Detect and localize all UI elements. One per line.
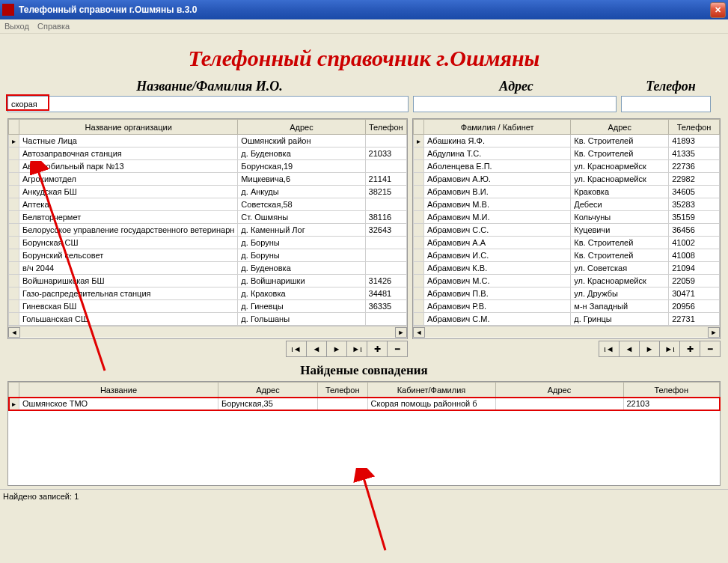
cell-addr[interactable]: ул. Красноармейск: [571, 160, 669, 173]
cell-name[interactable]: Аптека: [19, 198, 238, 211]
table-row[interactable]: Гиневская БШд. Гиневцы36335: [9, 300, 407, 313]
cell-addr[interactable]: Куцевичи: [571, 224, 669, 237]
cell-phone[interactable]: 21141: [365, 173, 406, 186]
table-row[interactable]: Абрамович С.М.д. Гринцы22731: [414, 313, 720, 326]
cell-phone[interactable]: 22736: [669, 160, 720, 173]
cell-name[interactable]: Белорусское управление государственного …: [19, 224, 238, 237]
cell-addr[interactable]: Краковка: [571, 186, 669, 198]
cell-name[interactable]: Автозаправочная станция: [19, 147, 238, 160]
scroll-left-icon[interactable]: ◄: [8, 327, 20, 338]
cell-phone[interactable]: 22982: [669, 173, 720, 186]
nav-delete-button[interactable]: ━: [387, 341, 408, 357]
cell-name[interactable]: Абрамович К.В.: [424, 262, 571, 275]
cell-phone[interactable]: [365, 135, 406, 147]
cell-name[interactable]: Анкудская БШ: [19, 186, 238, 198]
cell-addr[interactable]: д. Войшнаришки: [238, 275, 365, 287]
table-row[interactable]: АгрохимотделМицкевича,621141: [9, 173, 407, 186]
table-row[interactable]: Автомобильный парк №13Борунская,19: [9, 160, 407, 173]
cell-addr[interactable]: Ошмянский район: [238, 135, 365, 147]
table-row[interactable]: Белорусское управление государственного …: [9, 224, 407, 237]
cell-name[interactable]: Абрамович П.В.: [424, 287, 571, 300]
col-res-addr[interactable]: Адрес: [218, 383, 318, 398]
cell-res-cab[interactable]: Скорая помощь районной б: [367, 398, 495, 410]
cell-phone[interactable]: 32643: [365, 224, 406, 237]
cell-res-phone[interactable]: [318, 398, 368, 410]
cell-phone[interactable]: 21033: [365, 147, 406, 160]
cell-phone[interactable]: 36335: [365, 300, 406, 313]
close-button[interactable]: ✕: [710, 2, 726, 18]
cell-addr[interactable]: ул. Советская: [571, 262, 669, 275]
cell-name[interactable]: Абрамович Р.В.: [424, 300, 571, 313]
cell-addr[interactable]: д. Гринцы: [571, 313, 669, 326]
cell-addr[interactable]: Борунская,19: [238, 160, 365, 173]
cell-addr[interactable]: Ст. Ошмяны: [238, 211, 365, 224]
cell-addr[interactable]: Советская,58: [238, 198, 365, 211]
table-row[interactable]: Абрамович М.С.ул. Красноармейск22059: [414, 275, 720, 287]
search-addr-input[interactable]: [413, 96, 617, 112]
cell-name[interactable]: Белвторчермет: [19, 211, 238, 224]
cell-addr[interactable]: д. Краковка: [238, 287, 365, 300]
cell-addr[interactable]: Кв. Строителей: [571, 249, 669, 262]
cell-name[interactable]: Абрамович М.В.: [424, 198, 571, 211]
col-res-name[interactable]: Название: [19, 383, 218, 398]
col-res-addr2[interactable]: Адрес: [495, 383, 623, 398]
results-grid[interactable]: Название Адрес Телефон Кабинет/Фамилия А…: [7, 381, 721, 486]
search-name-input[interactable]: [7, 96, 409, 112]
cell-phone[interactable]: [365, 249, 406, 262]
cell-addr[interactable]: Кв. Строителей: [571, 135, 669, 147]
cell-name[interactable]: Борунский сельсовет: [19, 249, 238, 262]
cell-name[interactable]: Гольшанская СШ: [19, 313, 238, 326]
cell-name[interactable]: Абрамович М.И.: [424, 211, 571, 224]
cell-addr[interactable]: д. Гиневцы: [238, 300, 365, 313]
cell-phone[interactable]: 22731: [669, 313, 720, 326]
cell-res-name[interactable]: Ошмянское ТМО: [19, 398, 218, 410]
cell-phone[interactable]: [365, 313, 406, 326]
cell-name[interactable]: Абашкина Я.Ф.: [424, 135, 571, 147]
cell-phone[interactable]: 22059: [669, 275, 720, 287]
nav-prev-button[interactable]: ◄: [619, 341, 640, 357]
cell-phone[interactable]: 35283: [669, 198, 720, 211]
cell-addr[interactable]: д. Анкуды: [238, 186, 365, 198]
cell-name[interactable]: Частные Лица: [19, 135, 238, 147]
scroll-left-icon[interactable]: ◄: [413, 327, 425, 338]
cell-res-phone2[interactable]: 22103: [623, 398, 720, 410]
nav-delete-button[interactable]: ━: [700, 341, 721, 357]
cell-phone[interactable]: 38215: [365, 186, 406, 198]
menu-help[interactable]: Справка: [37, 22, 70, 31]
cell-name[interactable]: Абрамович М.С.: [424, 275, 571, 287]
cell-addr[interactable]: Дебеси: [571, 198, 669, 211]
col-org-phone[interactable]: Телефон: [365, 120, 406, 135]
cell-name[interactable]: в/ч 2044: [19, 262, 238, 275]
cell-name[interactable]: Абдулина Т.С.: [424, 147, 571, 160]
table-row[interactable]: Автозаправочная станцияд. Буденовка21033: [9, 147, 407, 160]
cell-addr[interactable]: Кольчуны: [571, 211, 669, 224]
cell-addr[interactable]: ул. Красноармейск: [571, 173, 669, 186]
cell-name[interactable]: Газо-распределительная станция: [19, 287, 238, 300]
cell-name[interactable]: Абрамович В.И.: [424, 186, 571, 198]
col-res-phone2[interactable]: Телефон: [623, 383, 720, 398]
cell-phone[interactable]: 31426: [365, 275, 406, 287]
cell-name[interactable]: Абрамович А.А: [424, 237, 571, 249]
table-row[interactable]: Газо-распределительная станцияд. Краковк…: [9, 287, 407, 300]
table-row[interactable]: БелвторчерметСт. Ошмяны38116: [9, 211, 407, 224]
table-row[interactable]: Борунская СШд. Боруны: [9, 237, 407, 249]
h-scrollbar[interactable]: ◄ ►: [413, 326, 720, 338]
nav-first-button[interactable]: ι◄: [599, 341, 620, 357]
table-row[interactable]: в/ч 2044д. Буденовка: [9, 262, 407, 275]
table-row[interactable]: Борунский сельсоветд. Боруны: [9, 249, 407, 262]
cell-addr[interactable]: Мицкевича,6: [238, 173, 365, 186]
cell-phone[interactable]: 35159: [669, 211, 720, 224]
cell-phone[interactable]: 21094: [669, 262, 720, 275]
cell-addr[interactable]: д. Гольшаны: [238, 313, 365, 326]
table-row[interactable]: Абрамович К.В.ул. Советская21094: [414, 262, 720, 275]
cell-res-addr2[interactable]: [495, 398, 623, 410]
cell-name[interactable]: Абрамович С.С.: [424, 224, 571, 237]
cell-name[interactable]: Гиневская БШ: [19, 300, 238, 313]
nav-prev-button[interactable]: ◄: [306, 341, 327, 357]
nav-first-button[interactable]: ι◄: [286, 341, 307, 357]
search-phone-input[interactable]: [621, 96, 711, 112]
cell-name[interactable]: Автомобильный парк №13: [19, 160, 238, 173]
cell-name[interactable]: Аболенцева Е.П.: [424, 160, 571, 173]
cell-name[interactable]: Абрамович И.С.: [424, 249, 571, 262]
cell-phone[interactable]: 41335: [669, 147, 720, 160]
